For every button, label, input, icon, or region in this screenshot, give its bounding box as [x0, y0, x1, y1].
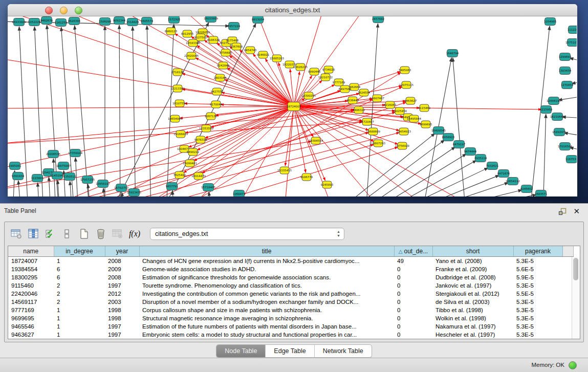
- table-cell[interactable]: 19384554: [8, 265, 54, 273]
- citation-edge-red[interactable]: [8, 106, 294, 108]
- table-cell[interactable]: 5.3E-5: [513, 281, 562, 290]
- column-header-pagerank[interactable]: pagerank: [513, 246, 562, 257]
- citation-edge-black[interactable]: [110, 23, 209, 196]
- table-cell[interactable]: 1998: [105, 306, 139, 314]
- table-cell[interactable]: 2008: [105, 273, 139, 281]
- table-cell[interactable]: 1997: [105, 331, 139, 339]
- citation-edge-black[interactable]: [147, 26, 151, 196]
- function-builder-icon[interactable]: f(x): [128, 226, 141, 242]
- citation-edge-black[interactable]: [38, 183, 39, 196]
- table-row[interactable]: 1456911722003Disruption of a novel membe…: [8, 298, 573, 306]
- table-cell[interactable]: Estimation of significance thresholds fo…: [139, 273, 394, 281]
- table-cell[interactable]: 5.3E-5: [513, 257, 562, 266]
- table-cell[interactable]: 5.6E-5: [513, 265, 562, 273]
- network-graph-canvas[interactable]: 1872400712213389161075541965498519166829…: [8, 16, 577, 196]
- citation-edge-black[interactable]: [564, 133, 577, 138]
- table-cell[interactable]: 0: [394, 273, 432, 281]
- citation-network-graph[interactable]: 1872400712213389161075541965498519166829…: [8, 16, 577, 196]
- table-cell[interactable]: 1: [54, 331, 105, 339]
- citation-edge-black[interactable]: [18, 181, 21, 196]
- citation-edge-black[interactable]: [58, 180, 60, 196]
- table-cell[interactable]: 0: [394, 290, 432, 298]
- table-cell[interactable]: Dudbridge et al. (2008): [432, 273, 513, 281]
- table-cell[interactable]: 18300295: [8, 273, 54, 281]
- scrollbar-thumb[interactable]: [573, 258, 578, 280]
- table-cell[interactable]: 5.3E-5: [513, 298, 562, 306]
- citation-edge-black[interactable]: [49, 177, 51, 196]
- citation-edge-black[interactable]: [405, 175, 499, 196]
- table-cell[interactable]: Corpus callosum shape and size in male p…: [139, 306, 394, 314]
- tab-edge-table[interactable]: Edge Table: [266, 345, 314, 357]
- citation-edge-black[interactable]: [133, 27, 136, 196]
- citation-edge-red[interactable]: [211, 106, 294, 127]
- table-cell[interactable]: 0: [394, 306, 432, 314]
- table-cell[interactable]: 9463627: [8, 331, 54, 339]
- table-cell[interactable]: 1998: [105, 314, 139, 322]
- table-cell[interactable]: 22420046: [8, 290, 54, 298]
- table-cell[interactable]: Genome-wide association studies in ADHD.: [139, 265, 394, 273]
- table-cell[interactable]: 2: [54, 290, 105, 298]
- table-cell[interactable]: 49: [394, 257, 432, 266]
- delete-table-icon[interactable]: [111, 226, 124, 242]
- table-cell[interactable]: 1: [54, 306, 105, 314]
- table-cell[interactable]: Hescheler et al. (1997): [432, 331, 513, 339]
- citation-edge-red[interactable]: [294, 106, 386, 196]
- table-row[interactable]: 1938455462009Genome-wide association stu…: [8, 265, 573, 273]
- table-cell[interactable]: 2: [54, 281, 105, 290]
- table-cell[interactable]: 5.3E-5: [513, 314, 562, 322]
- delete-columns-icon[interactable]: [94, 226, 107, 242]
- citation-edge-black[interactable]: [75, 26, 90, 196]
- table-cell[interactable]: 2009: [105, 265, 139, 273]
- table-row[interactable]: 2242004622012Investigating the contribut…: [8, 290, 573, 298]
- citation-edge-black[interactable]: [427, 190, 522, 196]
- table-cell[interactable]: Tourette syndrome. Phenomenology and cla…: [139, 281, 394, 290]
- table-cell[interactable]: Stergiakouli et al. (2012): [432, 290, 513, 298]
- column-header-out_de...[interactable]: △out_de...: [394, 246, 432, 257]
- column-visibility-icon[interactable]: [27, 226, 40, 242]
- table-cell[interactable]: 18724007: [8, 257, 54, 266]
- table-cell[interactable]: 5.9E-5: [513, 273, 562, 281]
- network-window-titlebar[interactable]: citations_edges.txt: [8, 4, 577, 16]
- citation-edge-red[interactable]: [8, 141, 311, 190]
- column-header-short[interactable]: short: [432, 246, 513, 257]
- column-header-title[interactable]: title: [139, 246, 394, 257]
- table-row[interactable]: 911546021997Tourette syndrome. Phenomeno…: [8, 281, 573, 290]
- table-cell[interactable]: 6: [54, 265, 105, 273]
- table-row[interactable]: 946362711997Embryonic stem cells: a mode…: [8, 331, 573, 339]
- close-panel-icon[interactable]: ✕: [573, 207, 580, 216]
- citation-edge-black[interactable]: [393, 168, 488, 196]
- table-select-dropdown[interactable]: citations_edges.txt ▲▼: [150, 228, 344, 240]
- citation-edge-black[interactable]: [453, 58, 466, 196]
- column-header-year[interactable]: year: [105, 246, 139, 257]
- table-cell[interactable]: Changes of HCN gene expression and I(f) …: [139, 257, 394, 266]
- table-cell[interactable]: 1: [54, 322, 105, 331]
- table-row[interactable]: 969969511998Structural magnetic resonanc…: [8, 314, 573, 322]
- table-cell[interactable]: 0: [394, 331, 432, 339]
- table-cell[interactable]: 2: [54, 298, 105, 306]
- table-cell[interactable]: 2012: [105, 290, 139, 298]
- table-cell[interactable]: 1997: [105, 281, 139, 290]
- table-cell[interactable]: Nakamura et al. (1997): [432, 322, 513, 331]
- table-cell[interactable]: 1997: [105, 322, 139, 331]
- citation-edge-black[interactable]: [543, 114, 546, 196]
- node-attribute-table[interactable]: namein_degreeyeartitle△out_de...shortpag…: [8, 246, 574, 339]
- citation-edge-black[interactable]: [19, 27, 28, 196]
- table-cell[interactable]: Estimation of the future numbers of pati…: [139, 322, 394, 331]
- table-row[interactable]: 1830029562008Estimation of significance …: [8, 273, 573, 281]
- tab-network-table[interactable]: Network Table: [315, 345, 372, 357]
- citation-edge-black[interactable]: [558, 94, 577, 100]
- table-cell[interactable]: Investigating the contribution of common…: [139, 290, 394, 298]
- citation-edge-black[interactable]: [70, 181, 72, 196]
- table-cell[interactable]: 2003: [105, 298, 139, 306]
- select-all-rows-icon[interactable]: [43, 226, 57, 242]
- table-cell[interactable]: Structural magnetic resonance image aver…: [139, 314, 394, 322]
- table-cell[interactable]: Disruption of a novel member of a sodium…: [139, 298, 394, 306]
- table-cell[interactable]: 5.3E-5: [513, 306, 562, 314]
- table-cell[interactable]: Embryonic stem cells: a model to study s…: [139, 331, 394, 339]
- table-vertical-scrollbar[interactable]: [572, 257, 580, 339]
- citation-edge-red[interactable]: [8, 111, 354, 144]
- float-panel-icon[interactable]: [558, 208, 567, 216]
- table-cell[interactable]: 0: [394, 314, 432, 322]
- table-cell[interactable]: 5.3E-5: [513, 322, 562, 331]
- table-cell[interactable]: 1: [54, 257, 105, 266]
